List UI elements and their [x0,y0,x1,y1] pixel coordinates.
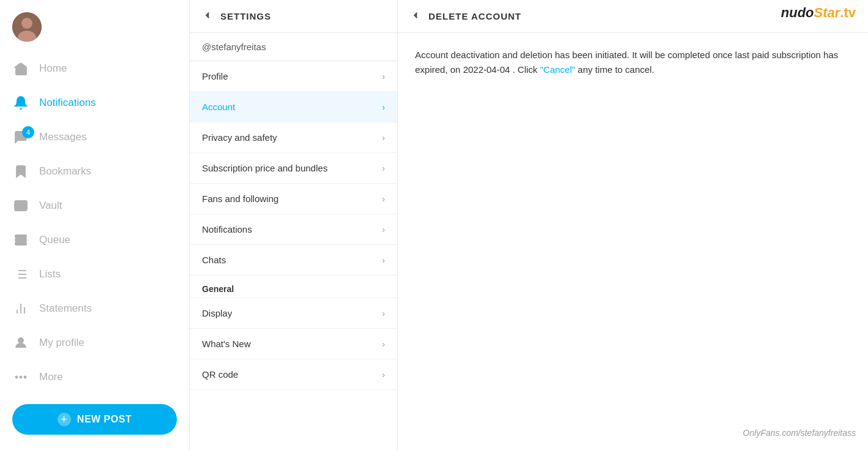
sidebar-item-queue[interactable]: Queue [0,223,189,257]
sidebar-item-notifications[interactable]: Notifications [0,86,189,120]
settings-item-profile-label: Profile [202,71,228,81]
settings-item-notifications-label: Notifications [202,224,252,234]
sidebar-item-lists-label: Lists [39,268,61,280]
sidebar-item-vault[interactable]: Vault [0,189,189,223]
logo-text-tv: .tv [840,5,856,20]
settings-item-chats-label: Chats [202,255,226,265]
sidebar-item-vault-label: Vault [39,200,62,212]
chart-icon [12,300,29,317]
delete-account-back-arrow[interactable] [410,10,421,23]
sidebar-item-bookmarks-label: Bookmarks [39,165,91,178]
new-post-button[interactable]: + NEW POST [12,404,177,435]
chevron-right-icon: › [382,72,385,81]
vault-icon [12,197,29,214]
svg-point-18 [18,338,23,343]
sidebar-item-messages[interactable]: 4 Messages [0,120,189,154]
settings-general-section: General [190,276,397,298]
more-icon [12,369,29,386]
queue-icon [12,231,29,249]
delete-account-title: DELETE ACCOUNT [428,11,522,21]
sidebar-item-notifications-label: Notifications [39,97,96,109]
settings-title: SETTINGS [220,11,271,21]
chevron-right-icon-qr: › [382,370,385,380]
settings-item-whats-new-label: What's New [202,339,251,349]
settings-item-privacy[interactable]: Privacy and safety › [190,122,397,153]
svg-rect-7 [15,239,26,241]
sidebar-item-lists[interactable]: Lists [0,257,189,291]
chevron-right-icon-display: › [382,309,385,318]
svg-point-21 [16,377,18,378]
avatar[interactable] [12,12,42,42]
settings-item-qr-code-label: QR code [202,369,238,380]
cancel-link[interactable]: "Cancel" [540,64,575,75]
chevron-right-icon-whats-new: › [382,339,385,349]
lists-icon [12,266,29,283]
svg-point-1 [21,18,32,29]
avatar-container [0,6,189,51]
sidebar-item-statements-label: Statements [39,302,92,315]
chevron-right-icon-fans: › [382,194,385,204]
settings-item-qr-code[interactable]: QR code › [190,359,397,390]
settings-item-privacy-label: Privacy and safety [202,132,277,143]
settings-item-fans[interactable]: Fans and following › [190,184,397,214]
settings-back-arrow[interactable] [202,10,213,23]
messages-badge: 4 [22,126,34,138]
sidebar-item-more[interactable]: More [0,360,189,394]
delete-message: Account deactivation and deletion has be… [415,48,851,77]
plus-icon: + [58,413,71,426]
delete-account-body: Account deactivation and deletion has be… [398,33,868,450]
sidebar-item-more-label: More [39,371,63,383]
sidebar-item-messages-label: Messages [39,131,86,143]
new-post-label: NEW POST [77,414,132,425]
home-icon [12,60,29,77]
sidebar-item-my-profile[interactable]: My profile [0,326,189,360]
settings-username: @stefanyfreitas [190,33,397,61]
settings-item-display-label: Display [202,308,232,318]
user-icon [12,334,29,351]
bell-icon [12,94,29,111]
chevron-right-icon-chats: › [382,255,385,265]
settings-item-fans-label: Fans and following [202,193,279,204]
chevron-right-icon-privacy: › [382,133,385,143]
sidebar-item-home-label: Home [39,62,67,75]
sidebar-item-bookmarks[interactable]: Bookmarks [0,154,189,189]
watermark: OnlyFans.com/stefanyfreitass [743,428,856,438]
logo-text-star: Star [814,5,840,20]
settings-item-account-label: Account [202,102,235,112]
delete-message-text2: any time to cancel. [575,64,654,75]
chevron-right-icon-subscription: › [382,163,385,173]
site-logo: nudoStar.tv [781,5,856,21]
sidebar-item-my-profile-label: My profile [39,337,84,349]
chevron-right-icon-account: › [382,102,385,112]
settings-panel: SETTINGS @stefanyfreitas Profile › Accou… [190,0,398,450]
settings-item-account[interactable]: Account › [190,92,397,122]
settings-item-subscription[interactable]: Subscription price and bundles › [190,153,397,184]
settings-item-subscription-label: Subscription price and bundles [202,163,327,173]
settings-item-chats[interactable]: Chats › [190,245,397,276]
settings-item-whats-new[interactable]: What's New › [190,329,397,359]
sidebar-item-queue-label: Queue [39,234,70,246]
logo-text-nudo: nudo [781,5,814,20]
svg-point-20 [24,377,26,378]
sidebar-item-statements[interactable]: Statements [0,291,189,326]
svg-rect-8 [15,242,26,245]
settings-header: SETTINGS [190,0,397,33]
svg-point-5 [20,204,22,207]
settings-item-profile[interactable]: Profile › [190,61,397,92]
settings-item-notifications[interactable]: Notifications › [190,214,397,245]
bookmark-icon [12,163,29,180]
svg-rect-6 [15,235,26,238]
sidebar-nav: Home Notifications 4 Messages [0,51,189,394]
sidebar-item-home[interactable]: Home [0,51,189,86]
main-content: DELETE ACCOUNT Account deactivation and … [398,0,868,450]
settings-list: Profile › Account › Privacy and safety ›… [190,61,397,450]
settings-item-display[interactable]: Display › [190,298,397,329]
chevron-right-icon-notifications: › [382,225,385,234]
svg-point-19 [20,377,22,378]
sidebar: Home Notifications 4 Messages [0,0,190,450]
